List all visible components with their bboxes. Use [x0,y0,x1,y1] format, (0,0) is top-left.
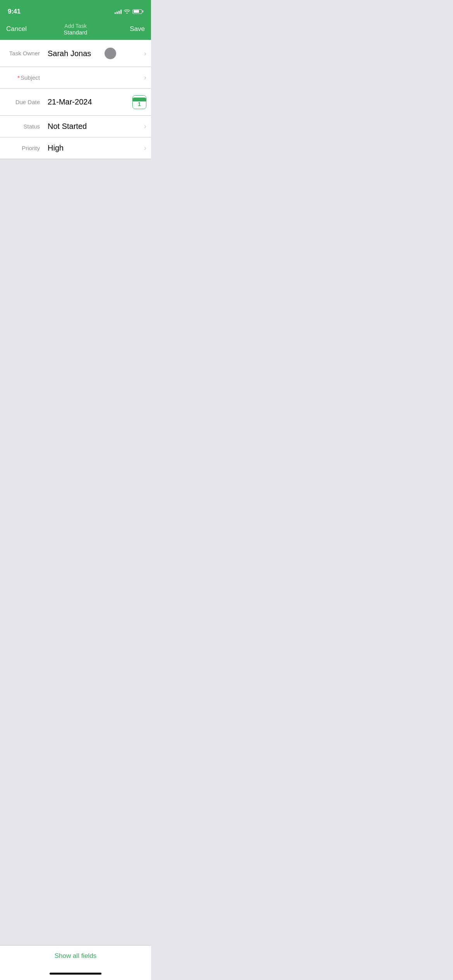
owner-indicator [105,48,116,59]
save-button[interactable]: Save [130,25,145,33]
status-bar: 9:41 [0,0,151,18]
nav-title: Add Task [64,23,88,29]
subject-row[interactable]: * Subject › [0,67,151,89]
task-owner-label: Task Owner [9,50,40,57]
battery-icon [132,9,143,14]
status-chevron-icon: › [144,122,146,130]
wifi-icon [124,9,130,15]
due-date-label-container: Due Date [0,93,45,111]
status-label: Status [23,123,40,130]
content-area: Task Owner Sarah Jonas › * Subject [0,40,151,327]
status-icons [115,9,143,15]
priority-label: Priority [22,145,40,151]
status-value: Not Started [48,122,87,131]
status-value-container: Not Started › [45,116,151,137]
priority-value-container: High › [45,137,151,159]
navigation-bar: Cancel Add Task Standard Save [0,18,151,40]
signal-icon [115,9,122,14]
nav-subtitle: Standard [64,29,88,36]
nav-center: Add Task Standard [64,23,88,36]
task-owner-value-container: Sarah Jonas › [45,42,151,64]
status-label-container: Status [0,117,45,136]
due-date-value-container: 21-Mar-2024 1 [45,89,151,115]
task-owner-label-container: Task Owner [0,44,45,63]
task-owner-row[interactable]: Task Owner Sarah Jonas › [0,40,151,67]
due-date-right: 1 [129,95,146,109]
subject-value-container: › [45,67,151,88]
due-date-label: Due Date [15,99,40,105]
status-row[interactable]: Status Not Started › [0,116,151,137]
gray-background-area [0,159,151,327]
subject-label-container: * Subject [0,68,45,87]
task-owner-chevron-icon: › [144,50,146,58]
task-owner-content: Sarah Jonas › [48,49,146,58]
subject-chevron-icon: › [144,74,146,82]
due-date-value: 21-Mar-2024 [48,98,92,106]
priority-chevron-icon: › [144,144,146,152]
priority-row[interactable]: Priority High › [0,137,151,159]
calendar-day: 1 [138,101,141,107]
calendar-header [133,98,146,101]
subject-label: Subject [21,74,40,81]
status-time: 9:41 [8,8,21,15]
priority-value: High [48,144,63,152]
due-date-row[interactable]: Due Date 21-Mar-2024 1 [0,89,151,116]
calendar-icon[interactable]: 1 [132,95,146,109]
priority-label-container: Priority [0,139,45,158]
cancel-button[interactable]: Cancel [6,25,27,33]
required-star: * [17,74,20,81]
form-container: Task Owner Sarah Jonas › * Subject [0,40,151,159]
task-owner-value: Sarah Jonas [48,49,91,58]
